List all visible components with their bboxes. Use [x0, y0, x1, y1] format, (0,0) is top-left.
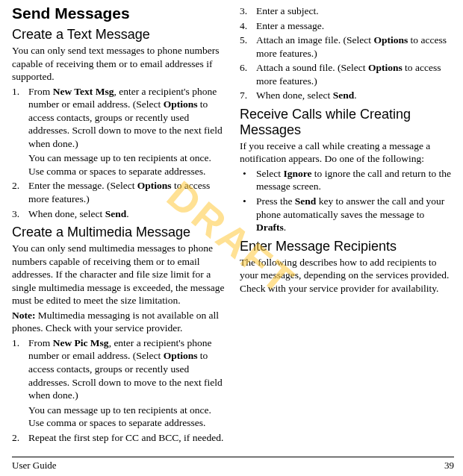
text: Enter the message. (Select: [28, 180, 137, 191]
list-item: Enter the message. (Select Options to ac…: [12, 179, 226, 205]
page-footer: User Guide 39: [12, 457, 454, 472]
text: .: [284, 222, 286, 233]
heading-receive-calls: Receive Calls while Creating Messages: [240, 107, 454, 138]
text: .: [126, 208, 128, 219]
page-content: Send Messages Create a Text Message You …: [0, 0, 463, 448]
text-bold: Send: [333, 90, 355, 101]
page-title: Send Messages: [12, 4, 226, 22]
footer-left: User Guide: [12, 460, 57, 472]
list-item: When done, select Send.: [12, 207, 226, 221]
list-item: From New Text Msg, enter a recipient's p…: [12, 85, 226, 151]
text: From: [28, 337, 53, 348]
text: .: [354, 90, 356, 101]
text-bold: Drafts: [256, 222, 284, 233]
bullets-receive-calls: Select Ignore to ignore the call and ret…: [240, 167, 454, 234]
text-bold: Options: [164, 350, 198, 361]
note-multimedia: Note: Multimedia messaging is not availa…: [12, 309, 226, 335]
heading-create-multimedia: Create a Multimedia Message: [12, 225, 226, 240]
steps-create-text-cont: Enter the message. (Select Options to ac…: [12, 179, 226, 220]
text-bold: Send: [105, 208, 127, 219]
list-item: Enter a message.: [240, 19, 454, 33]
footer-page-number: 39: [444, 460, 454, 472]
text-bold: Send: [295, 195, 317, 207]
list-item: Select Ignore to ignore the call and ret…: [240, 167, 454, 193]
list-item: Enter a subject.: [240, 4, 454, 18]
sub-paragraph: You can message up to ten recipients at …: [12, 404, 226, 430]
steps-create-text: From New Text Msg, enter a recipient's p…: [12, 85, 226, 151]
text: When done, select: [256, 90, 333, 101]
steps-create-multimedia: From New Pic Msg, enter a recipient's ph…: [12, 336, 226, 402]
text-bold: Options: [368, 62, 403, 73]
text-bold: Ignore: [283, 168, 311, 179]
text: Attach an image file. (Select: [256, 34, 373, 46]
text: Select: [256, 168, 283, 179]
text: From: [28, 86, 53, 97]
heading-create-text: Create a Text Message: [12, 27, 226, 43]
sub-paragraph: You can message up to ten recipients at …: [12, 151, 226, 178]
list-item: Attach an image file. (Select Options to…: [240, 34, 454, 60]
intro-create-multimedia: You can only send multimedia messages to…: [12, 242, 226, 307]
text-bold: New Pic Msg: [53, 337, 109, 348]
text-bold: New Text Msg: [53, 86, 114, 97]
note-text: Multimedia messaging is not available on…: [12, 310, 219, 334]
note-label: Note:: [12, 310, 35, 321]
intro-create-text: You can only send text messages to phone…: [12, 44, 226, 84]
list-item: From New Pic Msg, enter a recipient's ph…: [12, 336, 226, 402]
text: When done, select: [28, 208, 105, 219]
heading-enter-recipients: Enter Message Recipients: [240, 239, 454, 254]
text-bold: Options: [164, 98, 198, 110]
text-bold: Options: [373, 34, 408, 46]
list-item: When done, select Send.: [240, 89, 454, 102]
text-bold: Options: [137, 180, 172, 191]
text: Attach a sound file. (Select: [256, 62, 368, 73]
list-item: Repeat the first step for CC and BCC, if…: [12, 431, 226, 445]
list-item: Attach a sound file. (Select Options to …: [240, 61, 454, 87]
list-item: Press the Send key to answer the call an…: [240, 195, 454, 234]
text: Press the: [256, 195, 295, 207]
intro-enter-recipients: The following describes how to add recip…: [240, 256, 454, 295]
intro-receive-calls: If you receive a call while creating a m…: [240, 140, 454, 166]
